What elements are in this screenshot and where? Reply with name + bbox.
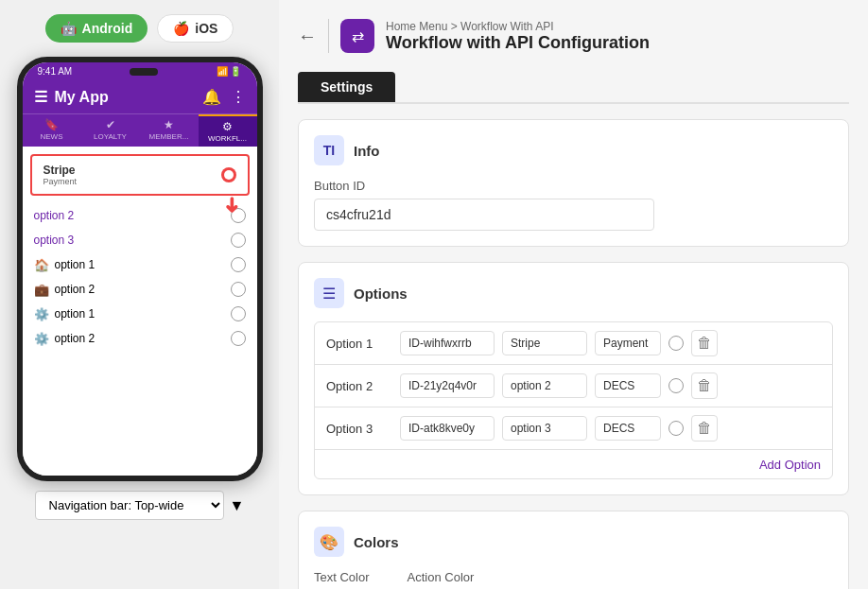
option2-id-field[interactable] xyxy=(400,373,495,398)
section1-item2-left: 💼 option 2 xyxy=(34,283,95,297)
option3-name-field[interactable] xyxy=(502,416,587,441)
nav-tab-workflow[interactable]: ⚙ WORKFL... xyxy=(199,114,257,147)
dropdown-chevron-icon: ▼ xyxy=(230,497,245,514)
button-id-input[interactable] xyxy=(314,199,654,231)
option3-radio[interactable] xyxy=(231,233,246,248)
phone-notch-center xyxy=(130,68,158,76)
option2-radio-btn[interactable] xyxy=(668,378,684,393)
option-row-3: Option 3 🗑 xyxy=(315,407,832,450)
back-button[interactable]: ← xyxy=(298,26,317,47)
action-color-item: Action Color xyxy=(408,570,475,589)
trash-icon-2: 🗑 xyxy=(697,377,712,394)
nav-dropdown-container: Navigation bar: Top-wide Navigation bar:… xyxy=(35,491,245,520)
section2-item2[interactable]: ⚙️ option 2 xyxy=(23,326,257,351)
option1-delete-button[interactable]: 🗑 xyxy=(691,330,718,356)
add-option-link[interactable]: Add Option xyxy=(759,458,821,472)
option2-link: option 2 xyxy=(34,209,75,222)
options-table: Option 1 🗑 Option 2 🗑 xyxy=(314,321,833,479)
phone-header-icons: 🔔 ⋮ xyxy=(202,88,246,106)
briefcase-icon: 💼 xyxy=(34,283,49,297)
add-option-row: Add Option xyxy=(315,450,832,478)
crumb-trail: Home Menu > Workflow With API xyxy=(386,20,849,33)
breadcrumb-row: ← ⇄ Home Menu > Workflow With API Workfl… xyxy=(298,19,849,53)
text-icon: TI xyxy=(323,143,335,158)
platform-tabs: 🤖 Android 🍎 iOS xyxy=(45,14,234,43)
stripe-item-info: Stripe Payment xyxy=(43,164,78,186)
android-icon: 🤖 xyxy=(61,21,77,36)
section2-item1[interactable]: ⚙️ option 1 xyxy=(23,302,257,326)
nav-tab-loyalty[interactable]: ✔ LOYALTY xyxy=(81,114,140,147)
colors-row: Text Color Action Color xyxy=(314,570,833,589)
trash-icon-1: 🗑 xyxy=(697,335,712,352)
phone-nav-tabs: 🔖 NEWS ✔ LOYALTY ★ MEMBER... ⚙ WORKFL... xyxy=(23,113,257,147)
section2-option1-label: option 1 xyxy=(55,307,95,320)
breadcrumb-text: Home Menu > Workflow With API Workflow w… xyxy=(386,20,849,53)
info-section-title: Info xyxy=(354,143,380,159)
android-label: Android xyxy=(82,21,133,36)
section2-item1-radio[interactable] xyxy=(231,306,246,321)
ios-tab[interactable]: 🍎 iOS xyxy=(157,14,234,43)
option1-name-field[interactable] xyxy=(502,331,587,355)
section1-item1[interactable]: 🏠 option 1 xyxy=(23,252,257,277)
nav-tab-news[interactable]: 🔖 NEWS xyxy=(23,114,81,147)
text-color-item: Text Color xyxy=(314,570,370,589)
tabs-row: Settings xyxy=(298,72,849,104)
option2-name-field[interactable] xyxy=(502,373,587,398)
phone-content: Stripe Payment ➜ option 2 option 3 xyxy=(23,154,257,476)
settings-icon-2: ⚙️ xyxy=(34,332,49,346)
section2-item2-left: ⚙️ option 2 xyxy=(34,332,95,346)
stripe-sublabel: Payment xyxy=(43,177,78,186)
tab-settings[interactable]: Settings xyxy=(298,72,395,102)
apple-icon: 🍎 xyxy=(173,21,189,36)
phone-status-icons: 📶 🔋 xyxy=(217,66,242,77)
home-icon: 🏠 xyxy=(34,258,49,272)
option1-id-field[interactable] xyxy=(400,331,495,355)
option3-type-field[interactable] xyxy=(595,416,661,441)
colors-section-header: 🎨 Colors xyxy=(314,527,833,557)
options-section: ☰ Options Option 1 🗑 Option 2 xyxy=(298,262,849,495)
section1-item2[interactable]: 💼 option 2 xyxy=(23,277,257,302)
phone-list-item-option3[interactable]: option 3 xyxy=(23,228,257,252)
option3-delete-button[interactable]: 🗑 xyxy=(691,415,718,442)
section2-item2-radio[interactable] xyxy=(231,331,246,346)
option1-label: Option 1 xyxy=(326,337,392,351)
breadcrumb-icon: ⇄ xyxy=(340,19,374,53)
text-color-label: Text Color xyxy=(314,570,370,584)
option3-id-field[interactable] xyxy=(400,416,495,441)
option1-type-field[interactable] xyxy=(595,331,661,355)
colors-section: 🎨 Colors Text Color Action Color xyxy=(298,511,849,589)
stripe-item[interactable]: Stripe Payment xyxy=(30,154,250,196)
more-icon: ⋮ xyxy=(231,88,246,106)
option1-radio[interactable] xyxy=(668,336,684,351)
option2-delete-button[interactable]: 🗑 xyxy=(691,372,718,399)
workflow-tab-icon: ⚙ xyxy=(222,120,233,133)
option-row-2: Option 2 🗑 xyxy=(315,365,832,407)
nav-dropdown-select[interactable]: Navigation bar: Top-wide Navigation bar:… xyxy=(35,491,224,520)
option-row-1: Option 1 🗑 xyxy=(315,322,832,365)
workflow-tab-label: WORKFL... xyxy=(208,134,247,143)
tab-settings-label: Settings xyxy=(321,79,373,95)
option2-row-label: Option 2 xyxy=(326,379,392,393)
android-tab[interactable]: 🤖 Android xyxy=(45,14,148,43)
nav-tab-member[interactable]: ★ MEMBER... xyxy=(140,114,199,147)
section1-item2-radio[interactable] xyxy=(231,282,246,297)
phone-mockup-wrapper: 9:41 AM 📶 🔋 ☰ My App 🔔 ⋮ 🔖 NEW xyxy=(17,57,263,481)
member-tab-label: MEMBER... xyxy=(149,132,189,141)
option3-radio-btn[interactable] xyxy=(668,421,684,436)
button-id-label: Button ID xyxy=(314,179,833,193)
left-panel: 🤖 Android 🍎 iOS 9:41 AM 📶 🔋 ☰ My App xyxy=(0,0,279,589)
phone-header: ☰ My App 🔔 ⋮ xyxy=(23,80,257,113)
options-section-title: Options xyxy=(354,286,408,302)
page-title: Workflow with API Configuration xyxy=(386,33,849,53)
section1-option1-label: option 1 xyxy=(55,258,95,271)
bell-icon: 🔔 xyxy=(202,88,221,106)
app-name: My App xyxy=(55,89,109,106)
hamburger-icon: ☰ xyxy=(34,88,47,106)
workflow-icon: ⇄ xyxy=(352,27,364,45)
options-section-icon: ☰ xyxy=(314,278,344,308)
section1-item1-radio[interactable] xyxy=(231,257,246,272)
stripe-radio-selected[interactable] xyxy=(221,167,236,182)
option2-type-field[interactable] xyxy=(595,373,661,398)
option3-link: option 3 xyxy=(34,234,75,247)
colors-section-title: Colors xyxy=(354,534,399,550)
